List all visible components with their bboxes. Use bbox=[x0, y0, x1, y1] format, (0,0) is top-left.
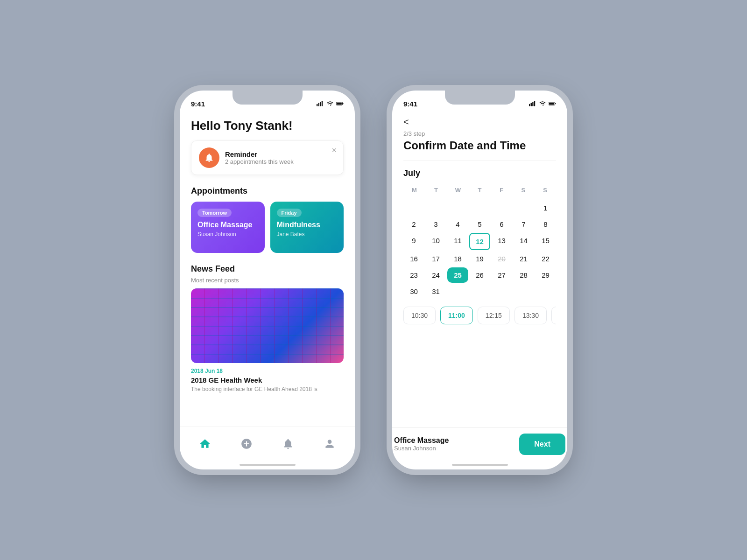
cal-day-9[interactable]: 9 bbox=[403, 233, 424, 250]
news-feed-subtitle: Most recent posts bbox=[191, 277, 344, 284]
phone1-content: Hello Tony Stank! Reminder 2 appointment… bbox=[180, 111, 355, 427]
cal-empty bbox=[513, 200, 534, 216]
cal-empty bbox=[447, 200, 468, 216]
cal-day-16[interactable]: 16 bbox=[403, 251, 424, 266]
home-bar-2 bbox=[452, 464, 508, 466]
svg-rect-10 bbox=[534, 101, 535, 106]
cal-day-17[interactable]: 17 bbox=[425, 251, 446, 266]
cal-grid: 1 2 3 4 5 6 7 8 9 10 11 12 13 14 15 16 1… bbox=[403, 200, 556, 299]
back-button[interactable]: < bbox=[403, 117, 556, 127]
cal-day-4[interactable]: 4 bbox=[447, 217, 468, 232]
cal-day-30[interactable]: 30 bbox=[403, 284, 424, 299]
svg-rect-2 bbox=[320, 102, 321, 106]
appt-person-0: Susan Johnson bbox=[197, 231, 258, 238]
notifications-icon bbox=[282, 438, 294, 450]
time-slot-1030[interactable]: 10:30 bbox=[403, 307, 436, 324]
svg-rect-8 bbox=[531, 103, 532, 106]
time-slot-1100[interactable]: 11:00 bbox=[440, 307, 473, 324]
svg-rect-12 bbox=[555, 103, 556, 105]
svg-rect-1 bbox=[318, 103, 319, 106]
cal-day-6[interactable]: 6 bbox=[491, 217, 512, 232]
greeting: Hello Tony Stank! bbox=[191, 119, 344, 133]
phone2-content: < 2/3 step Confirm Date and Time July M … bbox=[392, 111, 567, 427]
bottom-nav bbox=[180, 427, 355, 460]
reminder-text: Reminder 2 appointments this week bbox=[225, 150, 294, 165]
cal-day-5[interactable]: 5 bbox=[469, 217, 490, 232]
notch bbox=[233, 91, 303, 105]
cal-empty bbox=[513, 284, 534, 299]
time-slot-1215[interactable]: 12:15 bbox=[478, 307, 510, 324]
cal-empty bbox=[469, 284, 490, 299]
reminder-subtitle: 2 appointments this week bbox=[225, 158, 294, 165]
cal-day-28[interactable]: 28 bbox=[513, 267, 534, 283]
step-label: 2/3 step bbox=[403, 130, 556, 137]
cal-day-25[interactable]: 25 bbox=[447, 267, 468, 283]
signal-icon bbox=[317, 101, 324, 106]
cal-day-2[interactable]: 2 bbox=[403, 217, 424, 232]
cal-header: M T W T F S S bbox=[403, 184, 556, 196]
cal-empty bbox=[491, 200, 512, 216]
status-time-2: 9:41 bbox=[403, 100, 417, 108]
day-M: M bbox=[403, 184, 425, 196]
cal-day-11[interactable]: 11 bbox=[447, 233, 468, 250]
time-slots: 10:30 11:00 12:15 13:30 1... bbox=[403, 307, 556, 324]
time-slot-1400[interactable]: 1... bbox=[551, 307, 556, 324]
nav-add[interactable] bbox=[235, 434, 258, 454]
cal-day-3[interactable]: 3 bbox=[425, 217, 446, 232]
day-T1: T bbox=[425, 184, 447, 196]
cal-day-12[interactable]: 12 bbox=[469, 233, 490, 250]
cal-day-31[interactable]: 31 bbox=[425, 284, 446, 299]
booking-info: Office Massage Susan Johnson bbox=[394, 436, 449, 452]
home-bar-1 bbox=[240, 464, 296, 466]
cal-day-1[interactable]: 1 bbox=[535, 200, 556, 216]
cal-empty bbox=[447, 284, 468, 299]
appointments-row: Tomorrow Office Massage Susan Johnson Fr… bbox=[191, 202, 344, 253]
cal-day-20: 20 bbox=[491, 251, 512, 266]
cal-day-19[interactable]: 19 bbox=[469, 251, 490, 266]
confirm-title: Confirm Date and Time bbox=[403, 139, 556, 152]
appt-name-1: Mindfulness bbox=[277, 221, 338, 229]
home-icon bbox=[199, 438, 211, 450]
status-icons-2 bbox=[529, 101, 556, 106]
home-indicator-1 bbox=[180, 460, 355, 469]
battery-icon-2 bbox=[549, 101, 556, 106]
phone-1: 9:41 Hello Tony S bbox=[180, 91, 355, 469]
cal-day-8[interactable]: 8 bbox=[535, 217, 556, 232]
time-slot-1330[interactable]: 13:30 bbox=[514, 307, 547, 324]
cal-day-18[interactable]: 18 bbox=[447, 251, 468, 266]
appointments-title: Appointments bbox=[191, 186, 344, 196]
day-F: F bbox=[491, 184, 513, 196]
nav-notifications[interactable] bbox=[276, 434, 300, 454]
next-button[interactable]: Next bbox=[519, 434, 565, 455]
svg-rect-13 bbox=[549, 103, 554, 105]
svg-rect-9 bbox=[532, 102, 533, 106]
cal-day-15[interactable]: 15 bbox=[535, 233, 556, 250]
bell-icon bbox=[204, 153, 214, 163]
nav-home[interactable] bbox=[193, 434, 217, 454]
reminder-card: Reminder 2 appointments this week × bbox=[191, 140, 344, 175]
cal-day-29[interactable]: 29 bbox=[535, 267, 556, 283]
cal-day-13[interactable]: 13 bbox=[491, 233, 512, 250]
cal-day-22[interactable]: 22 bbox=[535, 251, 556, 266]
home-indicator-2 bbox=[392, 460, 567, 469]
appointment-card-1[interactable]: Friday Mindfulness Jane Bates bbox=[270, 202, 344, 253]
cal-day-10[interactable]: 10 bbox=[425, 233, 446, 250]
appt-person-1: Jane Bates bbox=[277, 231, 338, 238]
cal-day-23[interactable]: 23 bbox=[403, 267, 424, 283]
cal-day-21[interactable]: 21 bbox=[513, 251, 534, 266]
cal-day-7[interactable]: 7 bbox=[513, 217, 534, 232]
wifi-icon bbox=[326, 101, 334, 106]
cal-day-24[interactable]: 24 bbox=[425, 267, 446, 283]
appt-name-0: Office Massage bbox=[197, 221, 258, 229]
cal-empty bbox=[535, 284, 556, 299]
nav-profile[interactable] bbox=[318, 434, 341, 454]
cal-day-27[interactable]: 27 bbox=[491, 267, 512, 283]
news-headline: 2018 GE Health Week bbox=[191, 376, 344, 384]
reminder-close-button[interactable]: × bbox=[331, 146, 337, 155]
cal-day-26[interactable]: 26 bbox=[469, 267, 490, 283]
appointment-card-0[interactable]: Tomorrow Office Massage Susan Johnson bbox=[191, 202, 265, 253]
svg-rect-0 bbox=[317, 104, 317, 106]
cal-day-14[interactable]: 14 bbox=[513, 233, 534, 250]
calendar: M T W T F S S 1 2 3 4 5 bbox=[403, 184, 556, 299]
divider-1 bbox=[403, 161, 556, 161]
